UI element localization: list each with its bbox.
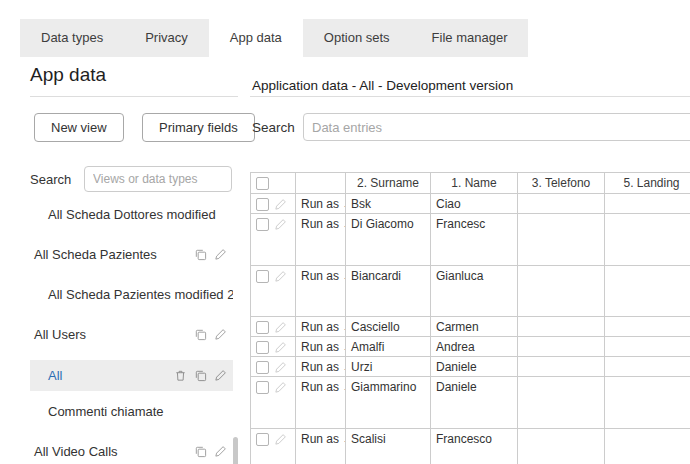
row-checkbox[interactable] xyxy=(256,321,269,334)
cell-surname: Scalisi xyxy=(346,429,431,464)
edit-pencil-icon[interactable] xyxy=(274,361,287,374)
table-row: Run as → Di Giacomo Francesc xyxy=(251,214,690,266)
cell-name: Andrea xyxy=(431,337,518,357)
cell-surname: Giammarino xyxy=(346,377,431,429)
pencil-icon[interactable] xyxy=(214,248,227,261)
pencil-icon[interactable] xyxy=(214,328,227,341)
table-row: Run as → Scalisi Francesco xyxy=(251,429,690,464)
run-as-link[interactable]: Run as → xyxy=(296,429,346,464)
primary-fields-button[interactable]: Primary fields xyxy=(142,113,255,142)
cell-telefono xyxy=(518,317,605,337)
sidebar-search-label: Search xyxy=(30,172,71,187)
cell-name: Daniele xyxy=(431,377,518,429)
cell-landing xyxy=(605,357,690,377)
cell-telefono xyxy=(518,377,605,429)
column-header-telefono[interactable]: 3. Telefono xyxy=(518,173,605,194)
tab-privacy[interactable]: Privacy xyxy=(124,19,209,57)
sidebar-view-all-users[interactable]: All Users xyxy=(30,321,233,347)
cell-telefono xyxy=(518,337,605,357)
tab-app-data[interactable]: App data xyxy=(209,19,303,57)
cell-surname: Urzi xyxy=(346,357,431,377)
table-header-row: 2. Surname 1. Name 3. Telefono 5. Landin… xyxy=(251,173,690,194)
view-label: All Scheda Dottores modified xyxy=(30,207,233,222)
sidebar-view-commenti-chiamate[interactable]: Commenti chiamate xyxy=(30,398,233,424)
view-label: All Scheda Pazientes xyxy=(30,247,194,262)
cell-landing xyxy=(605,194,690,214)
cell-telefono xyxy=(518,429,605,464)
data-entries-search-input[interactable] xyxy=(303,113,690,141)
run-as-link[interactable]: Run as → xyxy=(296,337,346,357)
sidebar-view-all-scheda-pazientes-modified-2[interactable]: All Scheda Pazientes modified 2 xyxy=(30,281,233,307)
run-as-link[interactable]: Run as → xyxy=(296,357,346,377)
sidebar-search-input[interactable] xyxy=(84,166,232,192)
pencil-icon[interactable] xyxy=(214,445,227,458)
new-view-button[interactable]: New view xyxy=(34,113,124,142)
sidebar-view-all-video-calls[interactable]: All Video Calls xyxy=(30,438,233,464)
edit-pencil-icon[interactable] xyxy=(274,381,287,394)
view-label: All Users xyxy=(30,327,194,342)
row-checkbox[interactable] xyxy=(256,433,269,446)
copy-icon[interactable] xyxy=(194,248,207,261)
left-divider xyxy=(30,96,238,97)
run-as-link[interactable]: Run as → xyxy=(296,266,346,317)
edit-pencil-icon[interactable] xyxy=(274,433,287,446)
edit-pencil-icon[interactable] xyxy=(274,198,287,211)
cell-surname: Amalfi xyxy=(346,337,431,357)
trash-icon[interactable] xyxy=(174,369,187,382)
sidebar-scrollbar[interactable] xyxy=(233,437,238,464)
row-checkbox[interactable] xyxy=(256,361,269,374)
table-row: Run as → Casciello Carmen xyxy=(251,317,690,337)
cell-name: Daniele xyxy=(431,357,518,377)
cell-landing xyxy=(605,214,690,266)
column-header-landing[interactable]: 5. Landing xyxy=(605,173,690,194)
copy-icon[interactable] xyxy=(194,369,207,382)
editor-tab-bar: Data types Privacy App data Option sets … xyxy=(20,19,528,57)
cell-surname: Casciello xyxy=(346,317,431,337)
cell-landing xyxy=(605,429,690,464)
run-as-link[interactable]: Run as → xyxy=(296,317,346,337)
table-row: Run as → Urzi Daniele xyxy=(251,357,690,377)
copy-icon[interactable] xyxy=(194,328,207,341)
column-header-name[interactable]: 1. Name xyxy=(431,173,518,194)
column-header-surname[interactable]: 2. Surname xyxy=(346,173,431,194)
view-actions xyxy=(174,369,233,382)
cell-name: Ciao xyxy=(431,194,518,214)
table-row: Run as → Biancardi Gianluca xyxy=(251,266,690,317)
cell-landing xyxy=(605,266,690,317)
cell-surname: Di Giacomo xyxy=(346,214,431,266)
sidebar-view-all-scheda-dottores-modified[interactable]: All Scheda Dottores modified xyxy=(30,201,233,227)
app-data-editor: { "tabs": { "items": [ { "label": "Data … xyxy=(0,0,690,464)
cell-surname: Bsk xyxy=(346,194,431,214)
cell-telefono xyxy=(518,357,605,377)
sidebar-view-all-scheda-pazientes[interactable]: All Scheda Pazientes xyxy=(30,241,233,267)
sidebar-view-all-selected[interactable]: All xyxy=(30,360,233,391)
tab-data-types[interactable]: Data types xyxy=(20,19,124,57)
tab-file-manager[interactable]: File manager xyxy=(411,19,529,57)
table-row: Run as → Amalfi Andrea xyxy=(251,337,690,357)
cell-name: Francesco xyxy=(431,429,518,464)
run-as-link[interactable]: Run as → xyxy=(296,194,346,214)
cell-landing xyxy=(605,317,690,337)
tab-option-sets[interactable]: Option sets xyxy=(303,19,411,57)
run-as-column-header xyxy=(296,173,346,194)
run-as-link[interactable]: Run as → xyxy=(296,377,346,429)
cell-landing xyxy=(605,337,690,357)
row-checkbox[interactable] xyxy=(256,270,269,283)
row-checkbox[interactable] xyxy=(256,198,269,211)
run-as-link[interactable]: Run as → xyxy=(296,214,346,266)
edit-pencil-icon[interactable] xyxy=(274,321,287,334)
cell-landing xyxy=(605,377,690,429)
cell-name: Carmen xyxy=(431,317,518,337)
cell-surname: Biancardi xyxy=(346,266,431,317)
row-checkbox[interactable] xyxy=(256,341,269,354)
view-label: All xyxy=(30,368,174,383)
row-checkbox[interactable] xyxy=(256,218,269,231)
edit-pencil-icon[interactable] xyxy=(274,341,287,354)
row-checkbox[interactable] xyxy=(256,381,269,394)
edit-pencil-icon[interactable] xyxy=(274,270,287,283)
pencil-icon[interactable] xyxy=(214,369,227,382)
copy-icon[interactable] xyxy=(194,445,207,458)
cell-name: Gianluca xyxy=(431,266,518,317)
edit-pencil-icon[interactable] xyxy=(274,218,287,231)
select-all-checkbox[interactable] xyxy=(256,177,269,190)
